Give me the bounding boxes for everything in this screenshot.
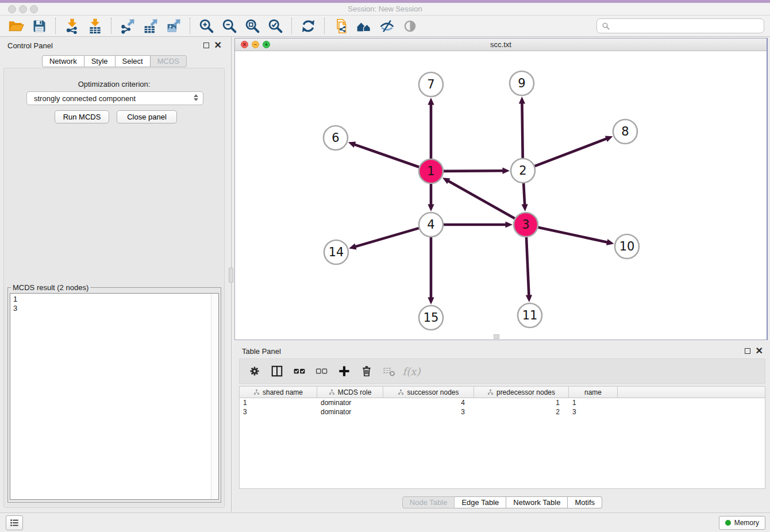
table-row[interactable]: 1dominator411 <box>240 398 765 407</box>
bird-eye-view-button[interactable] <box>399 17 420 35</box>
tab-node-table[interactable]: Node Table <box>402 496 455 508</box>
open-session-button[interactable] <box>6 17 26 35</box>
home-view-button[interactable] <box>353 17 374 35</box>
network-canvas[interactable]: 7968124314101511 <box>235 51 767 340</box>
memory-label: Memory <box>734 519 759 527</box>
unselect-all-columns-button[interactable] <box>314 363 330 379</box>
delete-column-button[interactable] <box>359 363 375 379</box>
search-box <box>596 18 764 33</box>
tab-edge-table[interactable]: Edge Table <box>455 496 506 508</box>
bird-eye-view-icon <box>402 18 418 34</box>
add-column-button[interactable] <box>336 363 352 379</box>
import-network-icon <box>64 18 80 34</box>
network-graph: 7968124314101511 <box>235 51 767 340</box>
duplicate-network-button[interactable] <box>330 17 351 35</box>
graph-edge-arrow-1-7 <box>428 98 434 105</box>
tab-select[interactable]: Select <box>116 55 151 67</box>
optimization-criterion-label: Optimization criterion: <box>4 80 224 88</box>
column-header-label: name <box>584 388 602 396</box>
task-history-button[interactable] <box>6 515 23 530</box>
toggle-panels-button[interactable] <box>269 363 285 379</box>
graph-edge-arrow-1-2 <box>502 168 510 174</box>
cell-successor-nodes: 3 <box>383 408 474 416</box>
tab-motifs[interactable]: Motifs <box>568 496 602 508</box>
graph-edge-1-2[interactable] <box>444 171 504 171</box>
search-input[interactable] <box>613 19 764 33</box>
hierarchy-icon <box>253 389 260 395</box>
graph-edge-2-9[interactable] <box>522 102 522 158</box>
graph-edge-2-8[interactable] <box>535 138 607 166</box>
toolbar-separator <box>324 18 325 34</box>
unselect-all-columns-icon <box>315 364 329 378</box>
save-session-icon <box>31 18 48 34</box>
table-panel-close-button[interactable]: ✕ <box>756 348 763 354</box>
export-image-button[interactable] <box>163 17 184 35</box>
panel-splitter-handle[interactable] <box>229 268 233 283</box>
tab-network-table[interactable]: Network Table <box>506 496 568 508</box>
select-all-columns-button[interactable] <box>291 363 307 379</box>
refresh-view-button[interactable] <box>298 17 318 35</box>
graph-edge-4-14[interactable] <box>355 228 419 246</box>
tab-mcds[interactable]: MCDS <box>151 55 187 67</box>
delete-column-icon <box>360 364 374 378</box>
cell-name: 1 <box>569 399 618 407</box>
zoom-out-button[interactable] <box>219 17 240 35</box>
graph-edge-arrow-3-11 <box>526 295 532 302</box>
close-panel-button[interactable]: Close panel <box>117 110 177 124</box>
mcds-result-area[interactable]: 1 3 <box>10 293 219 500</box>
zoom-fit-button[interactable] <box>242 17 263 35</box>
duplicate-network-icon <box>333 18 349 34</box>
memory-button[interactable]: Memory <box>719 516 765 530</box>
zoom-selected-button[interactable] <box>265 17 286 35</box>
export-network-button[interactable] <box>117 17 138 35</box>
export-table-icon <box>143 18 159 34</box>
graph-edge-2-3[interactable] <box>523 183 525 206</box>
hide-panels-icon <box>379 18 395 34</box>
import-table-button[interactable] <box>84 17 105 35</box>
hierarchy-icon <box>487 389 494 395</box>
column-header-predecessor-nodes[interactable]: predecessor nodes <box>474 387 569 398</box>
column-header-label: MCDS role <box>338 388 372 396</box>
toggle-panels-icon <box>270 364 284 378</box>
control-panel-close-button[interactable]: ✕ <box>214 42 222 48</box>
control-panel-header: Control Panel ✕ <box>0 37 229 54</box>
save-session-button[interactable] <box>29 17 49 35</box>
control-panel-float-button[interactable] <box>203 43 209 48</box>
table-settings-button[interactable] <box>247 363 263 379</box>
graph-edge-3-10[interactable] <box>538 228 609 242</box>
delete-table-button[interactable] <box>381 363 397 379</box>
export-table-button[interactable] <box>140 17 161 35</box>
graph-node-label-8: 8 <box>621 125 629 138</box>
graph-edge-arrow-1-4 <box>428 205 434 212</box>
column-header-mcds-role[interactable]: MCDS role <box>317 387 383 398</box>
result-scrollbar[interactable] <box>211 294 218 499</box>
graph-edge-1-6[interactable] <box>354 144 419 167</box>
column-header-successor-nodes[interactable]: successor nodes <box>383 387 474 398</box>
column-header-name[interactable]: name <box>569 387 618 398</box>
graph-edge-arrow-2-9 <box>519 97 525 104</box>
window-title: Session: New Session <box>0 5 770 13</box>
run-mcds-button[interactable]: Run MCDS <box>55 110 109 124</box>
optimization-select[interactable]: strongly connected component <box>26 91 203 105</box>
table-header-row: shared nameMCDS rolesuccessor nodesprede… <box>240 387 765 398</box>
graph-node-label-2: 2 <box>519 164 526 178</box>
table-row[interactable]: 3dominator323 <box>240 407 765 417</box>
function-builder-button[interactable]: f(x) <box>403 363 419 379</box>
table-panel-float-button[interactable] <box>745 348 750 354</box>
column-header-shared-name[interactable]: shared name <box>240 387 317 398</box>
zoom-in-button[interactable] <box>196 17 217 35</box>
toolbar-button-group <box>5 17 421 35</box>
graph-node-label-9: 9 <box>518 76 525 90</box>
function-builder-icon: f(x) <box>403 365 421 377</box>
mcds-panel: Optimization criterion: strongly connect… <box>3 68 225 508</box>
window-titlebar: Session: New Session <box>0 3 770 16</box>
tab-style[interactable]: Style <box>84 55 116 67</box>
graph-edge-3-11[interactable] <box>526 237 529 296</box>
canvas-resize-handle[interactable] <box>494 334 499 339</box>
tab-network[interactable]: Network <box>42 55 84 67</box>
mcds-result-box: MCDS result (2 nodes) 1 3 <box>7 283 221 503</box>
hide-panels-button[interactable] <box>376 17 397 35</box>
import-network-button[interactable] <box>61 17 82 35</box>
import-table-icon <box>87 18 103 34</box>
graph-edge-3-1[interactable] <box>448 180 515 218</box>
